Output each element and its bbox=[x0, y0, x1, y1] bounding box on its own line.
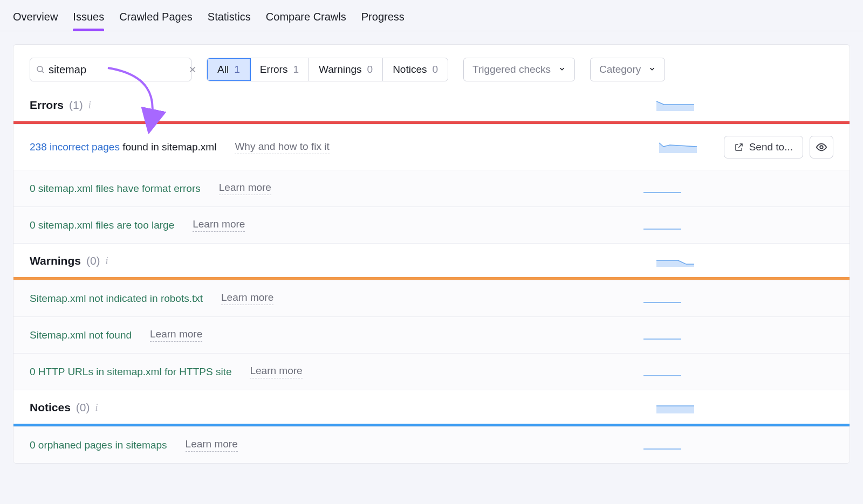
chevron-down-icon bbox=[558, 65, 566, 74]
issue-row-http-urls: 0 HTTP URLs in sitemap.xml for HTTPS sit… bbox=[13, 353, 850, 390]
help-link[interactable]: Learn more bbox=[193, 218, 245, 232]
issue-text: 0 sitemap.xml files are too large bbox=[30, 219, 174, 231]
warnings-count: (0) bbox=[86, 254, 100, 267]
issue-row-format-errors: 0 sitemap.xml files have format errors L… bbox=[13, 170, 850, 206]
issue-row-orphaned-pages: 0 orphaned pages in sitemaps Learn more bbox=[13, 426, 850, 463]
help-link[interactable]: Learn more bbox=[219, 182, 271, 195]
tab-crawled-pages[interactable]: Crawled Pages bbox=[119, 6, 193, 31]
info-icon[interactable]: i bbox=[106, 256, 108, 267]
filter-warnings[interactable]: Warnings 0 bbox=[309, 58, 383, 81]
view-button[interactable] bbox=[810, 136, 833, 158]
category-label: Category bbox=[599, 64, 641, 75]
filter-all[interactable]: All 1 bbox=[207, 58, 251, 81]
issue-sparkline bbox=[643, 219, 681, 231]
triggered-checks-label: Triggered checks bbox=[472, 64, 551, 75]
clear-search-icon[interactable] bbox=[188, 65, 197, 74]
search-input[interactable] bbox=[45, 64, 188, 76]
filter-warnings-count: 0 bbox=[367, 64, 373, 75]
tab-statistics[interactable]: Statistics bbox=[208, 6, 251, 31]
info-icon[interactable]: i bbox=[95, 402, 98, 413]
filter-notices-label: Notices bbox=[393, 64, 427, 75]
send-to-button[interactable]: Send to... bbox=[724, 136, 803, 158]
svg-line-1 bbox=[42, 71, 44, 73]
filter-all-count: 1 bbox=[234, 64, 240, 75]
help-link[interactable]: Learn more bbox=[186, 438, 238, 452]
filter-errors-count: 1 bbox=[293, 64, 299, 75]
warnings-section-header: Warnings (0) i bbox=[13, 243, 850, 277]
chevron-down-icon bbox=[648, 65, 656, 74]
filter-errors[interactable]: Errors 1 bbox=[250, 58, 309, 81]
issue-sparkline bbox=[643, 329, 681, 341]
row-actions: Send to... bbox=[724, 136, 833, 158]
issue-text: 0 orphaned pages in sitemaps bbox=[30, 439, 167, 451]
issue-text: Sitemap.xml not found bbox=[30, 329, 132, 341]
notices-title: Notices bbox=[30, 401, 71, 414]
category-dropdown[interactable]: Category bbox=[590, 58, 665, 81]
errors-sparkline bbox=[656, 99, 694, 111]
issue-text: 0 HTTP URLs in sitemap.xml for HTTPS sit… bbox=[30, 366, 231, 378]
tab-issues[interactable]: Issues bbox=[73, 6, 104, 31]
notices-count: (0) bbox=[76, 401, 90, 414]
issue-sparkline bbox=[643, 293, 681, 305]
triggered-checks-dropdown[interactable]: Triggered checks bbox=[463, 58, 575, 81]
search-icon bbox=[36, 65, 45, 74]
help-link[interactable]: Learn more bbox=[250, 365, 302, 378]
issue-text: Sitemap.xml not indicated in robots.txt bbox=[30, 293, 203, 305]
svg-marker-13 bbox=[656, 406, 694, 413]
issue-row-robots-txt: Sitemap.xml not indicated in robots.txt … bbox=[13, 280, 850, 316]
warnings-title: Warnings bbox=[30, 254, 81, 267]
issue-sparkline bbox=[643, 183, 681, 195]
issues-panel: All 1 Errors 1 Warnings 0 Notices 0 Trig… bbox=[13, 44, 850, 464]
errors-count: (1) bbox=[69, 99, 83, 112]
search-input-wrapper bbox=[30, 58, 191, 81]
help-link[interactable]: Why and how to fix it bbox=[235, 141, 329, 154]
filter-bar: All 1 Errors 1 Warnings 0 Notices 0 Trig… bbox=[13, 45, 850, 88]
tab-progress[interactable]: Progress bbox=[361, 6, 405, 31]
svg-point-0 bbox=[37, 66, 43, 72]
tab-compare-crawls[interactable]: Compare Crawls bbox=[266, 6, 346, 31]
issue-sparkline bbox=[643, 366, 681, 378]
issue-row-not-found: Sitemap.xml not found Learn more bbox=[13, 316, 850, 353]
help-link[interactable]: Learn more bbox=[150, 328, 202, 342]
issue-row-too-large: 0 sitemap.xml files are too large Learn … bbox=[13, 206, 850, 243]
top-tabs: Overview Issues Crawled Pages Statistics… bbox=[0, 0, 863, 31]
issue-sparkline bbox=[643, 439, 681, 451]
errors-title: Errors bbox=[30, 99, 64, 112]
issue-row-incorrect-pages: 238 incorrect pages found in sitemap.xml… bbox=[13, 124, 850, 170]
svg-marker-9 bbox=[656, 260, 694, 267]
send-to-label: Send to... bbox=[749, 141, 793, 153]
errors-section-header: Errors (1) i bbox=[13, 88, 850, 121]
notices-sparkline bbox=[656, 402, 694, 413]
filter-notices-count: 0 bbox=[433, 64, 439, 75]
svg-marker-5 bbox=[659, 143, 697, 153]
filter-notices[interactable]: Notices 0 bbox=[383, 58, 448, 81]
filter-warnings-label: Warnings bbox=[319, 64, 362, 75]
filter-all-label: All bbox=[217, 64, 229, 75]
warnings-sparkline bbox=[656, 255, 694, 267]
issue-sparkline bbox=[659, 141, 697, 153]
issue-text: 0 sitemap.xml files have format errors bbox=[30, 183, 201, 195]
svg-marker-4 bbox=[656, 101, 694, 111]
issue-body: found in sitemap.xml bbox=[120, 141, 217, 153]
issue-text: 238 incorrect pages found in sitemap.xml bbox=[30, 141, 216, 153]
info-icon[interactable]: i bbox=[88, 100, 91, 111]
severity-filter: All 1 Errors 1 Warnings 0 Notices 0 bbox=[207, 58, 448, 81]
share-icon bbox=[734, 142, 744, 152]
tab-overview[interactable]: Overview bbox=[13, 6, 58, 31]
svg-point-6 bbox=[820, 146, 823, 149]
issue-link[interactable]: 238 incorrect pages bbox=[30, 141, 120, 153]
notices-section-header: Notices (0) i bbox=[13, 390, 850, 424]
help-link[interactable]: Learn more bbox=[221, 292, 273, 305]
filter-errors-label: Errors bbox=[260, 64, 288, 75]
eye-icon bbox=[816, 141, 827, 153]
